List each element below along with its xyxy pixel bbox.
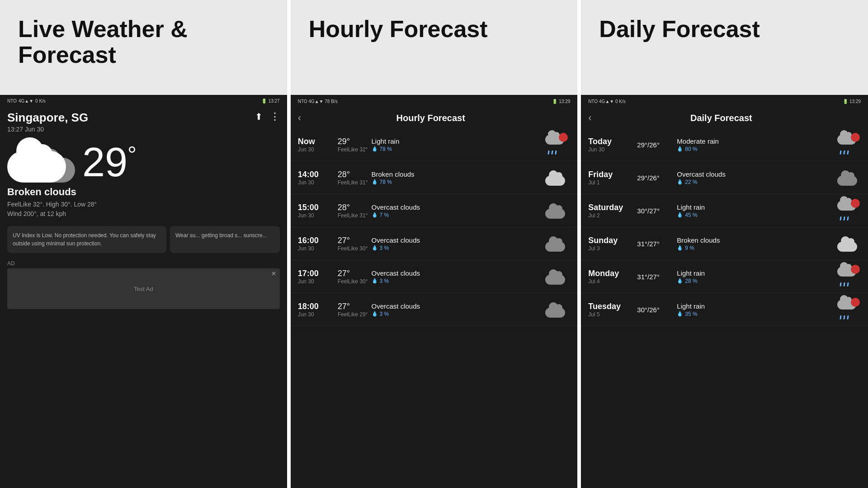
- hourly-temp-col: 27° FeelLike 29°: [338, 302, 368, 318]
- right-panel: Daily Forecast NTO 4G▲▼ 0 K/s 🔋 13:29 ‹ …: [581, 0, 868, 488]
- hourly-temp-col: 27° FeelLike 30°: [338, 269, 368, 285]
- hourly-temp: 27°: [338, 236, 363, 245]
- daily-date: Jul 1: [588, 179, 633, 186]
- hourly-condition: Overcast clouds: [372, 236, 540, 244]
- hourly-condition: Overcast clouds: [372, 302, 540, 310]
- hourly-feel: FeelLike 31°: [338, 212, 368, 219]
- daily-day-col: Monday Jul 4: [588, 269, 633, 285]
- daily-time: 13:29: [849, 99, 861, 104]
- daily-day-col: Sunday Jul 3: [588, 236, 633, 252]
- hourly-rain-pct: 💧 7 %: [372, 212, 540, 218]
- hourly-condition: Broken clouds: [372, 170, 540, 178]
- rain-drop-icon: 💧: [372, 278, 378, 284]
- hourly-temp: 28°: [338, 203, 363, 212]
- daily-list-item[interactable]: Saturday Jul 2 30°/27° Light rain 💧 45 %: [581, 194, 868, 227]
- battery-icon: 🔋: [261, 99, 267, 103]
- daily-date: Jul 5: [588, 311, 633, 318]
- feels-like-detail: FeelLike 32°. High 30°. Low 28°: [7, 200, 280, 209]
- middle-panel: Hourly Forecast NTO 4G▲▼ 78 B/s 🔋 13:29 …: [291, 0, 578, 488]
- daily-temp: 31°/27°: [637, 273, 673, 281]
- hourly-weather-icon: [543, 168, 570, 188]
- ad-section: AD Test Ad ✕: [0, 257, 287, 313]
- ad-label: AD: [7, 260, 280, 267]
- daily-day-col: Tuesday Jul 5: [588, 302, 633, 318]
- hourly-list-item[interactable]: 17:00 Jun 30 27° FeelLike 30° Overcast c…: [291, 260, 578, 293]
- share-icon[interactable]: ⬆: [255, 111, 263, 122]
- hourly-network-icon: NTO 4G▲▼ 78 B/s: [298, 99, 338, 104]
- daily-temp: 30°/27°: [637, 207, 673, 215]
- hourly-weather-icon: [543, 135, 570, 155]
- signal-icon: 4G▲▼: [19, 99, 33, 103]
- daily-list-item[interactable]: Tuesday Jul 5 30°/26° Light rain 💧 35 %: [581, 293, 868, 326]
- daily-list-item[interactable]: Friday Jul 1 29°/26° Overcast clouds 💧 2…: [581, 161, 868, 194]
- uv-info-card: UV Index is Low. No protection needed. Y…: [7, 226, 166, 253]
- divider-right: [577, 0, 581, 488]
- daily-weather-icon: [836, 201, 861, 221]
- hourly-list-item[interactable]: 14:00 Jun 30 28° FeelLike 31° Broken clo…: [291, 161, 578, 194]
- daily-desc-col: Broken clouds 💧 9 %: [677, 236, 832, 251]
- hourly-temp: 29°: [338, 137, 363, 146]
- hourly-list-item[interactable]: 16:00 Jun 30 27° FeelLike 30° Overcast c…: [291, 227, 578, 260]
- hourly-weather-icon: [543, 300, 570, 319]
- wear-info-card: Wear su... getting broad s... sunscre...: [170, 226, 280, 253]
- daily-screen-title: Daily Forecast: [599, 113, 844, 123]
- menu-icon[interactable]: ⋮: [270, 111, 280, 122]
- daily-temp: 29°/26°: [637, 141, 673, 149]
- hourly-list-item[interactable]: 15:00 Jun 30 28° FeelLike 31° Overcast c…: [291, 194, 578, 227]
- hourly-date: Jun 30: [298, 245, 334, 252]
- daily-rain-drop-icon: 💧: [677, 311, 683, 317]
- hourly-condition: Overcast clouds: [372, 269, 540, 277]
- daily-condition: Light rain: [677, 203, 832, 211]
- daily-temp-col: 31°/27°: [637, 240, 673, 248]
- ad-close[interactable]: ✕: [271, 270, 276, 277]
- hourly-temp-col: 28° FeelLike 31°: [338, 203, 368, 219]
- hourly-time-col: 17:00 Jun 30: [298, 269, 334, 285]
- status-bar-left: NTO 4G▲▼ 0 K/s 🔋 13:27: [0, 95, 287, 107]
- daily-rain-pct: 💧 45 %: [677, 212, 832, 218]
- hourly-feel: FeelLike 32°: [338, 146, 368, 153]
- daily-day-col: Friday Jul 1: [588, 170, 633, 186]
- back-arrow-daily[interactable]: ‹: [588, 112, 591, 124]
- network-icon: NTO: [7, 99, 17, 103]
- divider-left: [287, 0, 291, 488]
- daily-day: Saturday: [588, 203, 633, 212]
- daily-rain-drop-icon: 💧: [677, 179, 683, 185]
- daily-list-item[interactable]: Sunday Jul 3 31°/27° Broken clouds 💧 9 %: [581, 227, 868, 260]
- daily-temp: 29°/26°: [637, 174, 673, 182]
- hourly-desc-col: Light rain 💧 78 %: [372, 137, 540, 152]
- hourly-time-col: Now Jun 30: [298, 137, 334, 153]
- location-row: Singapore, SG 13:27 Jun 30 ⬆ ⋮: [0, 107, 287, 135]
- location-info: Singapore, SG 13:27 Jun 30: [7, 111, 88, 133]
- hourly-list-item[interactable]: 18:00 Jun 30 27° FeelLike 29° Overcast c…: [291, 293, 578, 326]
- hourly-feel: FeelLike 30°: [338, 278, 368, 285]
- daily-condition: Overcast clouds: [677, 170, 832, 178]
- daily-day-col: Today Jun 30: [588, 137, 633, 153]
- location-name: Singapore, SG: [7, 111, 88, 125]
- daily-status-left: NTO 4G▲▼ 0 K/s: [588, 99, 625, 104]
- daily-list-item[interactable]: Monday Jul 4 31°/27° Light rain 💧 28 %: [581, 260, 868, 293]
- hourly-status-right: 🔋 13:29: [552, 99, 570, 104]
- hourly-status-left: NTO 4G▲▼ 78 B/s: [298, 99, 338, 104]
- hourly-feel: FeelLike 29°: [338, 311, 368, 318]
- hourly-body: NTO 4G▲▼ 78 B/s 🔋 13:29 ‹ Hourly Forecas…: [291, 95, 578, 488]
- back-arrow-hourly[interactable]: ‹: [298, 112, 301, 124]
- hourly-feel: FeelLike 30°: [338, 245, 368, 252]
- daily-rain-drop-icon: 💧: [677, 212, 683, 218]
- ad-box: Test Ad ✕: [7, 268, 280, 309]
- degree-symbol: °: [127, 142, 137, 167]
- daily-weather-icon: [836, 300, 861, 319]
- daily-list-item[interactable]: Today Jun 30 29°/26° Moderate rain 💧 80 …: [581, 128, 868, 161]
- rain-drop-icon: 💧: [372, 146, 378, 152]
- weather-icon-large: [7, 142, 75, 183]
- hourly-temp-col: 27° FeelLike 30°: [338, 236, 368, 252]
- daily-condition: Broken clouds: [677, 236, 832, 244]
- rain-drop-icon: 💧: [372, 245, 378, 251]
- rain-drop-icon: 💧: [372, 311, 378, 317]
- wind-detail: Wind 200°, at 12 kph: [7, 209, 280, 219]
- weather-description-section: Broken clouds FeelLike 32°. High 30°. Lo…: [0, 186, 287, 222]
- location-datetime: 13:27 Jun 30: [7, 126, 88, 133]
- hourly-weather-icon: [543, 267, 570, 286]
- left-panel-header: Live Weather & Forecast: [0, 0, 287, 95]
- hourly-list-item[interactable]: Now Jun 30 29° FeelLike 32° Light rain 💧…: [291, 128, 578, 161]
- left-panel: Live Weather & Forecast NTO 4G▲▼ 0 K/s 🔋…: [0, 0, 287, 488]
